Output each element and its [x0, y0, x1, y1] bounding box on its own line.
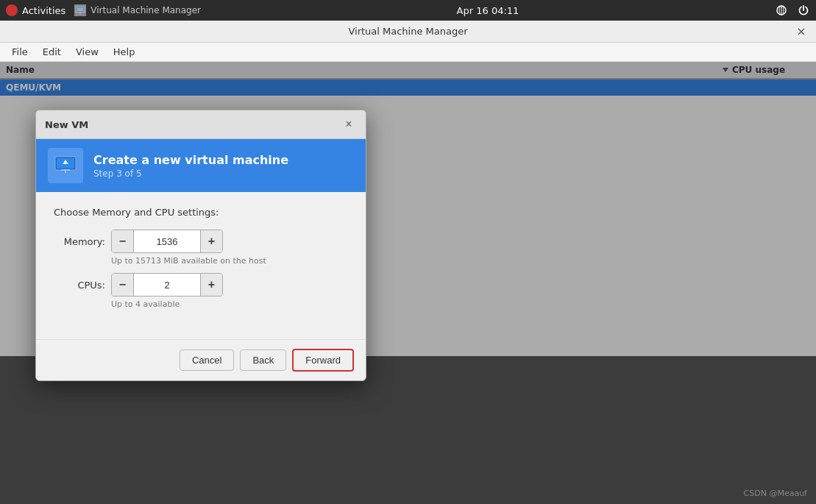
vm-manager-icon	[74, 4, 86, 16]
cpu-increase-button[interactable]: +	[200, 274, 222, 296]
memory-increase-button[interactable]: +	[200, 230, 222, 252]
cancel-button[interactable]: Cancel	[180, 349, 234, 371]
menu-help[interactable]: Help	[107, 45, 141, 59]
forward-button[interactable]: Forward	[292, 349, 354, 372]
activities-button[interactable]: Activities	[6, 4, 65, 16]
app-name-label: Virtual Machine Manager	[91, 5, 201, 15]
memory-spinner: − +	[111, 230, 223, 253]
dialog-header-step: Step 3 of 5	[93, 168, 288, 179]
vm-content-area: Name CPU usage QEMU/KVM New VM ×	[0, 62, 816, 356]
new-vm-dialog: New VM × Create a new virtual machine	[35, 110, 366, 381]
menu-edit[interactable]: Edit	[37, 45, 67, 59]
system-bar: Activities Virtual Machine Manager Apr 1…	[0, 0, 816, 21]
cpu-hint: Up to 4 available	[111, 299, 348, 309]
memory-decrease-button[interactable]: −	[112, 230, 134, 252]
back-button[interactable]: Back	[240, 349, 286, 371]
cpu-decrease-button[interactable]: −	[112, 274, 134, 296]
window-title: Virtual Machine Manager	[348, 26, 467, 37]
power-icon[interactable]	[797, 4, 810, 17]
window-titlebar: Virtual Machine Manager ×	[0, 21, 816, 43]
vm-wizard-icon	[48, 148, 83, 183]
dialog-body: Choose Memory and CPU settings: Memory: …	[36, 192, 366, 339]
svg-rect-2	[77, 8, 83, 11]
menu-file[interactable]: File	[6, 45, 34, 59]
dialog-footer: Cancel Back Forward	[36, 339, 366, 380]
cpu-input[interactable]	[134, 274, 200, 296]
svg-point-0	[9, 7, 15, 13]
dialog-header-title: Create a new virtual machine	[93, 153, 288, 167]
dialog-overlay: New VM × Create a new virtual machine	[0, 62, 816, 356]
dialog-header-text: Create a new virtual machine Step 3 of 5	[93, 153, 288, 179]
section-title: Choose Memory and CPU settings:	[54, 207, 348, 218]
memory-input[interactable]	[134, 230, 200, 252]
cpu-row: CPUs: − +	[54, 273, 348, 297]
watermark: CSDN @Meaauf	[744, 489, 807, 498]
memory-label: Memory:	[54, 236, 105, 247]
memory-hint: Up to 15713 MiB available on the host	[111, 256, 348, 266]
dialog-header-banner: Create a new virtual machine Step 3 of 5	[36, 139, 366, 192]
activities-label: Activities	[22, 5, 65, 16]
memory-row: Memory: − +	[54, 230, 348, 253]
menu-bar: File Edit View Help	[0, 43, 816, 62]
datetime-display: Apr 16 04:11	[457, 5, 519, 16]
cpu-spinner: − +	[111, 273, 223, 297]
dialog-titlebar: New VM ×	[36, 110, 366, 139]
network-icon[interactable]	[775, 4, 788, 17]
cpu-label: CPUs:	[54, 280, 105, 291]
dialog-title: New VM	[45, 119, 88, 130]
dialog-close-button[interactable]: ×	[341, 116, 357, 132]
menu-view[interactable]: View	[70, 45, 104, 59]
app-indicator: Virtual Machine Manager	[74, 4, 201, 16]
activities-icon	[6, 4, 18, 16]
window-close-button[interactable]: ×	[794, 24, 809, 39]
